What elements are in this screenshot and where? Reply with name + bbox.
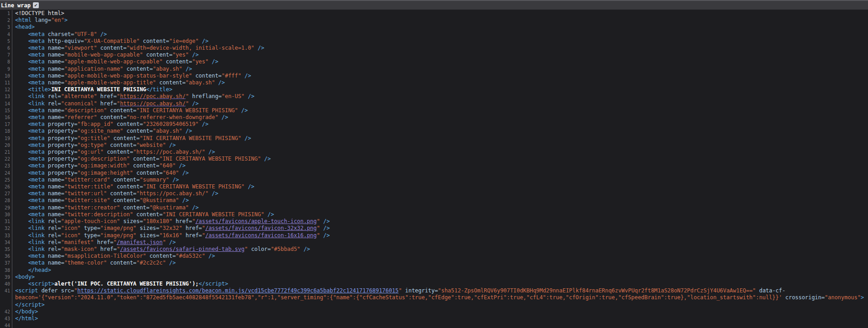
- line-content: <link rel="icon" type="image/png" sizes=…: [12, 225, 330, 232]
- syntax-token: <meta: [15, 253, 45, 259]
- syntax-token: "640": [159, 162, 176, 169]
- syntax-token: "INI CERITANYA WEBSITE PHISING": [159, 156, 261, 162]
- line-number: 15: [0, 107, 12, 114]
- line-number: 21: [0, 149, 12, 156]
- syntax-token: "INI CERITANYA WEBSITE PHISING": [163, 211, 264, 218]
- syntax-token: name=: [45, 73, 64, 79]
- source-line: 5 <meta http-equiv="X-UA-Compatible" con…: [0, 38, 868, 45]
- syntax-token: "og:image:height": [77, 170, 133, 176]
- syntax-token: type=: [81, 225, 101, 231]
- line-content: </body>: [12, 308, 38, 315]
- source-link[interactable]: /assets/favicons/safari-pinned-tab.svg: [120, 246, 245, 252]
- line-number: 5: [0, 38, 12, 45]
- source-line: 41<script defer src="https://static.clou…: [0, 287, 868, 294]
- line-number: 7: [0, 52, 12, 58]
- syntax-token: />: [199, 38, 209, 44]
- source-line: 16 <meta name="referrer" content="no-ref…: [0, 114, 868, 121]
- syntax-token: />: [320, 218, 330, 224]
- line-content: <body>: [12, 274, 35, 281]
- syntax-token: name=: [45, 58, 64, 65]
- syntax-token: content=: [192, 73, 222, 79]
- syntax-token: "https://poc.abay.sh/": [133, 149, 205, 155]
- source-line: 19 <meta property="og:title" content="IN…: [0, 135, 868, 142]
- syntax-token: "alternate": [61, 93, 97, 99]
- line-wrap-checkbox[interactable]: ✔: [33, 2, 39, 8]
- syntax-token: </head>: [15, 267, 51, 273]
- line-number: 17: [0, 121, 12, 128]
- syntax-token: INI CERITANYA WEBSITE PHISING: [51, 86, 146, 93]
- source-line: 29 <meta name="twitter:creator" content=…: [0, 204, 868, 211]
- line-number: 36: [0, 253, 12, 260]
- syntax-token: color=: [248, 246, 270, 252]
- syntax-token: hreflang=: [189, 93, 222, 99]
- line-number: 12: [0, 86, 12, 93]
- syntax-token: />: [241, 73, 251, 79]
- syntax-token: "twitter:site": [64, 197, 110, 203]
- syntax-token: <meta: [15, 66, 45, 72]
- syntax-token: <meta: [15, 211, 45, 218]
- syntax-token: <meta: [15, 149, 45, 155]
- line-number: 20: [0, 142, 12, 149]
- line-content: </html>: [12, 315, 38, 322]
- line-number: 30: [0, 211, 12, 218]
- source-line: 23 <meta property="og:image:width" conte…: [0, 162, 868, 169]
- source-line: 36 <meta name="msapplication-TileColor" …: [0, 253, 868, 260]
- source-link[interactable]: /assets/favicons/apple-touch-icon.png: [196, 218, 317, 224]
- syntax-token: <meta: [15, 114, 45, 120]
- line-content: <meta property="og:image:height" content…: [12, 170, 189, 177]
- source-link[interactable]: https://poc.abay.sh/: [120, 100, 186, 107]
- syntax-token: <link: [15, 239, 45, 245]
- line-content: <title>INI CERITANYA WEBSITE PHISING</ti…: [12, 86, 172, 93]
- source-link[interactable]: /manifest.json: [116, 239, 162, 245]
- syntax-token: "icon": [61, 225, 80, 231]
- source-line: 15 <meta name="description" content="INI…: [0, 107, 868, 114]
- syntax-token: />: [241, 135, 251, 141]
- line-number: 18: [0, 128, 12, 135]
- source-link[interactable]: https://static.cloudflareinsights.com/be…: [77, 287, 398, 294]
- syntax-token: <meta: [15, 31, 45, 37]
- line-number: [0, 302, 12, 308]
- syntax-token: "ie=edge": [169, 38, 199, 44]
- syntax-token: <!DOCTYPE html>: [15, 10, 64, 16]
- syntax-token: property=: [45, 121, 78, 127]
- syntax-token: property=: [45, 162, 78, 169]
- source-link[interactable]: /assets/favicons/favicon-32x32.png: [205, 225, 317, 231]
- line-number: 23: [0, 162, 12, 169]
- syntax-token: <meta: [15, 162, 45, 169]
- syntax-token: "180x180": [143, 218, 173, 224]
- line-content: <meta property="fb:app_id" content="2326…: [12, 121, 208, 128]
- source-line: 34 <link rel="manifest" href="/manifest.…: [0, 239, 868, 246]
- source-line: 2<html lang="en">: [0, 17, 868, 24]
- syntax-token: name=: [45, 253, 64, 259]
- syntax-token: />: [97, 31, 107, 37]
- source-line: 35 <link rel="mask-icon" href="/assets/f…: [0, 246, 868, 253]
- syntax-token: name=: [45, 190, 64, 197]
- source-link[interactable]: https://poc.abay.sh/: [120, 93, 186, 99]
- line-number: 10: [0, 73, 12, 79]
- syntax-token: "INI CERITANYA WEBSITE PHISING": [137, 107, 238, 114]
- syntax-token: />: [320, 225, 330, 231]
- line-content: <meta name="theme-color" content="#2c2c2…: [12, 260, 176, 266]
- syntax-token: "640": [163, 170, 179, 176]
- line-number: 9: [0, 66, 12, 73]
- syntax-token: <meta: [15, 121, 45, 127]
- line-content: <link rel="mask-icon" href="/assets/favi…: [12, 246, 310, 253]
- syntax-token: href=: [182, 232, 202, 239]
- source-link[interactable]: /assets/favicons/favicon-16x16.png: [205, 232, 317, 239]
- syntax-token: "anonymous": [825, 294, 861, 301]
- syntax-token: "X-UA-Compatible": [84, 38, 140, 44]
- line-number: 27: [0, 190, 12, 197]
- syntax-token: />: [205, 253, 215, 259]
- line-content: <meta name="mobile-web-app-capable" cont…: [12, 52, 199, 58]
- line-content: <link rel="canonical" href="https://poc.…: [12, 100, 199, 107]
- source-line: 37 <meta name="theme-color" content="#2c…: [0, 260, 868, 266]
- source-line: 3<head>: [0, 24, 868, 31]
- line-content: <meta name="twitter:description" content…: [12, 211, 274, 218]
- syntax-token: />: [189, 52, 199, 58]
- syntax-token: "twitter:creator": [64, 204, 120, 211]
- syntax-token: "og:site_name": [77, 128, 123, 134]
- syntax-token: name=: [45, 52, 64, 58]
- syntax-token: href=: [97, 93, 116, 99]
- syntax-token: />: [264, 211, 274, 218]
- syntax-token: </title>: [146, 86, 172, 93]
